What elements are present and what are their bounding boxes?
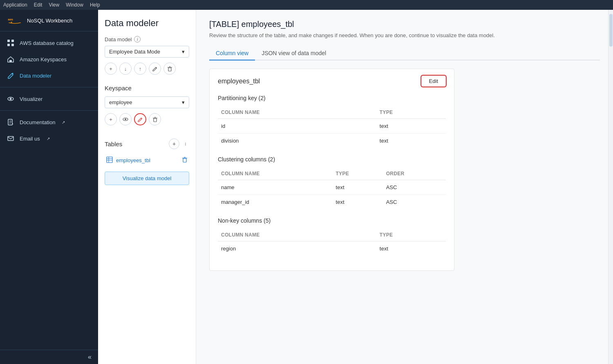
delete-keyspace-button[interactable] [149,113,161,125]
sidebar-item-email[interactable]: Email us ↗ [0,130,98,147]
sidebar-divider-2 [0,110,98,111]
svg-rect-5 [9,60,12,62]
col-type-cell: text [376,134,446,148]
col-type-header-2: Type [333,169,383,180]
keyspace-dropdown[interactable]: employee ▾ [105,96,189,108]
main-layout: aws NoSQL Workbench AWS database catalog… [0,10,613,364]
sidebar-modeler-label: Data modeler [20,73,51,79]
sidebar-divider-1 [0,87,98,87]
more-options-icon[interactable]: ··· [182,142,189,145]
table-row: regiontext [218,241,446,256]
table-card: employees_tbl Edit Partitioning key (2) … [209,69,454,271]
col-order-cell: ASC [383,195,446,210]
add-model-button[interactable]: + [105,63,117,75]
svg-rect-4 [11,44,14,46]
partitioning-key-heading: Partitioning key (2) [218,95,446,103]
svg-rect-3 [7,44,10,46]
clustering-header-row: Column name Type Order [218,169,446,180]
keyspace-actions: + [105,113,189,125]
info-icon: i [134,36,141,42]
menu-application[interactable]: Application [3,2,27,8]
svg-rect-17 [154,118,157,122]
edit-keyspace-button[interactable] [134,113,146,125]
svg-rect-23 [183,159,186,162]
menu-edit[interactable]: Edit [34,2,43,8]
content-table-title: [TABLE] employees_tbl [209,20,600,29]
panel-title: Data modeler [105,18,189,29]
non-key-header-row: Column name Type [218,230,446,241]
clustering-columns-heading: Clustering columns (2) [218,156,446,164]
sidebar-logo: aws NoSQL Workbench [0,10,98,31]
collapse-icon[interactable]: « [88,353,92,361]
delete-model-button[interactable] [163,63,176,75]
sidebar-catalog-label: AWS database catalog [20,40,74,46]
home-icon [7,55,15,63]
panel: Data modeler Data model i Employee Data … [98,10,196,364]
dropdown-chevron-icon: ▾ [182,49,185,55]
sidebar-item-visualizer[interactable]: Visualizer [0,91,98,107]
table-row: manager_idtextASC [218,195,446,210]
col-name-header-1: Column name [218,108,376,119]
partitioning-key-header-row: Column name Type [218,108,446,119]
menu-bar: Application Edit View Window Help [0,0,613,10]
import-model-button[interactable]: ↓ [119,63,132,75]
scrollbar-thumb[interactable] [609,14,613,47]
col-type-cell: text [376,241,446,256]
col-type-header-3: Type [376,230,446,241]
table-row: divisiontext [218,134,446,148]
svg-rect-13 [168,68,171,71]
table-card-name: employees_tbl [218,78,260,85]
data-model-dropdown[interactable]: Employee Data Mode ▾ [105,46,189,58]
sidebar-item-keyspaces[interactable]: Amazon Keyspaces [0,51,98,67]
data-model-actions: + ↓ ↑ [105,63,189,75]
edit-model-button[interactable] [149,63,161,75]
sidebar-item-modeler[interactable]: Data modeler [0,67,98,84]
visualize-button[interactable]: Visualize data model [105,172,189,185]
svg-rect-12 [8,136,13,141]
col-order-cell: ASC [383,180,446,195]
clustering-columns-table: Column name Type Order nametextASCmanage… [218,169,446,209]
svg-text:aws: aws [8,18,13,21]
delete-table-icon[interactable] [182,157,188,164]
table-card-header: employees_tbl Edit [218,76,446,87]
view-keyspace-button[interactable] [119,113,132,125]
tables-section-header: Tables + ··· [105,138,189,149]
docs-external-icon: ↗ [62,120,65,125]
col-name-cell: id [218,119,376,134]
sidebar-collapse[interactable]: « [0,350,98,364]
table-grid-icon [106,156,113,164]
svg-point-7 [10,98,12,100]
mail-icon [7,134,15,143]
sidebar-item-catalog[interactable]: AWS database catalog [0,35,98,51]
sidebar-nav: AWS database catalog Amazon Keyspaces Da… [0,31,98,350]
aws-logo-icon: aws [7,15,23,26]
table-name: employees_tbl [116,157,150,163]
keyspace-section-header: Keyspace [105,85,189,92]
col-name-cell: division [218,134,376,148]
menu-window[interactable]: Window [66,2,83,8]
svg-rect-1 [7,40,10,42]
add-keyspace-button[interactable]: + [105,113,117,125]
content-description: Review the structure of the table, and m… [209,32,600,38]
sidebar-item-docs[interactable]: Documentation ↗ [0,114,98,130]
menu-help[interactable]: Help [90,2,100,8]
tab-column-view[interactable]: Column view [209,47,255,60]
menu-view[interactable]: View [49,2,59,8]
add-table-button[interactable]: + [169,138,179,149]
sidebar-app-title: NoSQL Workbench [27,18,72,24]
col-name-cell: region [218,241,376,256]
col-type-cell: text [333,195,383,210]
sidebar-docs-label: Documentation [20,119,55,125]
edit-table-button[interactable]: Edit [421,76,446,87]
col-name-header-3: Column name [218,230,376,241]
scrollbar[interactable] [608,10,613,364]
table-item[interactable]: employees_tbl [105,154,189,167]
tables-section: Tables + ··· employees_tbl [105,137,189,167]
export-model-button[interactable]: ↑ [134,63,146,75]
tab-json-view[interactable]: JSON view of data model [255,47,333,60]
col-name-header-2: Column name [218,169,333,180]
data-model-label: Data model i [105,36,189,42]
svg-rect-2 [11,40,14,42]
eye-icon [7,95,15,103]
sidebar: aws NoSQL Workbench AWS database catalog… [0,10,98,364]
